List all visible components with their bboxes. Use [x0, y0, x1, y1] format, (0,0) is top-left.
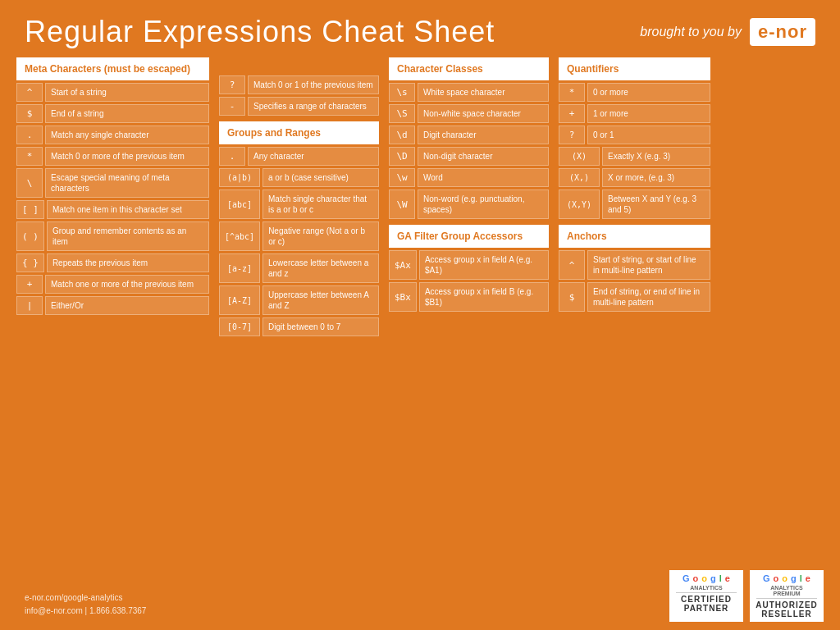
- item-desc: Match any single character: [45, 126, 209, 144]
- item-desc: 0 or 1: [587, 126, 710, 144]
- list-item: (X) Exactly X (e.g. 3): [559, 147, 710, 166]
- brand-text: brought to you by: [640, 25, 742, 39]
- badge-area: Google ANALYTICS CERTIFIEDPARTNER Google…: [669, 570, 824, 622]
- badge-certified-partner: Google ANALYTICS CERTIFIEDPARTNER: [669, 570, 743, 622]
- item-code: ( ): [16, 221, 44, 251]
- item-code: .: [219, 147, 245, 166]
- item-desc: Access group x in field A (e.g. $A1): [419, 250, 549, 280]
- footer-line1: e-nor.com/google-analytics: [25, 591, 146, 605]
- item-code: +: [559, 104, 585, 123]
- list-item: (a|b) a or b (case sensitive): [219, 168, 379, 187]
- item-code: \W: [389, 189, 415, 219]
- item-desc: Non-digit character: [418, 147, 549, 166]
- list-item: $Bx Access group x in field B (e.g. $B1): [389, 282, 549, 312]
- item-code: [0-7]: [219, 317, 260, 336]
- character-classes-section: Character Classes \s White space charact…: [389, 57, 549, 339]
- item-desc: X or more, (e.g. 3): [602, 168, 710, 187]
- list-item: \s White space character: [389, 83, 549, 102]
- item-code: (X,Y): [559, 189, 600, 219]
- item-code: \D: [389, 147, 415, 166]
- item-desc: End of a string: [45, 104, 209, 123]
- item-code: \s: [389, 83, 415, 102]
- list-item: \w Word: [389, 168, 549, 187]
- list-item: ( ) Group and remember contents as an it…: [16, 221, 209, 251]
- brand-logo: e-nor: [750, 18, 815, 46]
- item-desc: Access group x in field B (e.g. $B1): [419, 282, 549, 312]
- list-item: [0-7] Digit between 0 to 7: [219, 317, 379, 336]
- list-item: $ End of a string: [16, 104, 209, 123]
- item-desc: Between X and Y (e.g. 3 and 5): [602, 189, 710, 219]
- item-desc: Match 0 or 1 of the previous item: [248, 75, 379, 94]
- meta-characters-title: Meta Characters (must be escaped): [16, 57, 209, 80]
- item-code: [ ]: [16, 200, 44, 219]
- item-desc: Lowercase letter between a and z: [262, 253, 379, 283]
- item-code: ?: [559, 126, 585, 144]
- item-desc: Match single character that is a or b or…: [262, 189, 379, 219]
- list-item: \D Non-digit character: [389, 147, 549, 166]
- list-item: + 1 or more: [559, 104, 710, 123]
- item-desc: Digit between 0 to 7: [262, 317, 379, 336]
- list-item: (X,) X or more, (e.g. 3): [559, 168, 710, 187]
- badge-type2: ANALYTICS PREMIUM: [756, 585, 817, 596]
- item-desc: Any character: [248, 147, 379, 166]
- item-desc: White space character: [418, 83, 549, 102]
- item-desc: Digit character: [418, 126, 549, 144]
- item-code: [A-Z]: [219, 285, 260, 315]
- item-code: [a-z]: [219, 253, 260, 283]
- item-desc: Uppercase letter between A and Z: [262, 285, 379, 315]
- list-item: \ Escape special meaning of meta charact…: [16, 168, 209, 198]
- item-desc: Match one or more of the previous item: [45, 275, 209, 294]
- list-item: * Match 0 or more of the previous item: [16, 147, 209, 166]
- item-code: (X): [559, 147, 600, 166]
- ga-filter-title: GA Filter Group Accessors: [389, 225, 549, 248]
- item-code: \S: [389, 104, 415, 123]
- item-code: -: [219, 97, 245, 116]
- brand-area: brought to you by e-nor: [640, 18, 815, 46]
- groups-ranges-title: Groups and Ranges: [219, 121, 379, 144]
- item-desc: Non-white space character: [418, 104, 549, 123]
- item-code: (a|b): [219, 168, 260, 187]
- item-desc: Start of a string: [45, 83, 209, 102]
- item-desc: End of string, or end of line in multi-l…: [587, 282, 710, 312]
- item-code: ^: [559, 250, 585, 280]
- list-item: | Either/Or: [16, 296, 209, 315]
- item-desc: Exactly X (e.g. 3): [602, 147, 710, 166]
- badge-authorized-reseller: Google ANALYTICS PREMIUM AUTHORIZEDRESEL…: [750, 570, 824, 622]
- item-code: [abc]: [219, 189, 260, 219]
- item-desc: 1 or more: [587, 104, 710, 123]
- list-item: * 0 or more: [559, 83, 710, 102]
- item-code: $: [16, 104, 43, 123]
- list-item: \d Digit character: [389, 126, 549, 144]
- list-item: . Any character: [219, 147, 379, 166]
- item-desc: Non-word (e.g. punctuation, spaces): [418, 189, 549, 219]
- list-item: . Match any single character: [16, 126, 209, 144]
- item-code: ^: [16, 83, 43, 102]
- badge-cert-text: CERTIFIEDPARTNER: [681, 595, 732, 613]
- list-item: \S Non-white space character: [389, 104, 549, 123]
- footer-line2: info@e-nor.com | 1.866.638.7367: [25, 605, 146, 618]
- item-code: [^abc]: [219, 221, 260, 251]
- list-item: ^ Start of string, or start of line in m…: [559, 250, 710, 280]
- item-desc: Group and remember contents as an item: [47, 221, 209, 251]
- quantifiers-title: Quantifiers: [559, 57, 710, 80]
- page-title: Regular Expressions Cheat Sheet: [25, 15, 495, 49]
- item-desc: Repeats the previous item: [47, 253, 209, 272]
- list-item: + Match one or more of the previous item: [16, 275, 209, 294]
- list-item: $ End of string, or end of line in multi…: [559, 282, 710, 312]
- item-code: $Bx: [389, 282, 417, 312]
- item-code: .: [16, 126, 43, 144]
- item-desc: Match one item in this character set: [47, 200, 209, 219]
- item-code: *: [559, 83, 585, 102]
- footer: e-nor.com/google-analytics info@e-nor.co…: [25, 591, 146, 618]
- item-code: { }: [16, 253, 44, 272]
- item-code: ?: [219, 75, 245, 94]
- list-item: (X,Y) Between X and Y (e.g. 3 and 5): [559, 189, 710, 219]
- item-desc: Either/Or: [45, 296, 209, 315]
- item-code: *: [16, 147, 43, 166]
- item-desc: Match 0 or more of the previous item: [45, 147, 209, 166]
- list-item: [ ] Match one item in this character set: [16, 200, 209, 219]
- list-item: ? 0 or 1: [559, 126, 710, 144]
- list-item: [A-Z] Uppercase letter between A and Z: [219, 285, 379, 315]
- list-item: [abc] Match single character that is a o…: [219, 189, 379, 219]
- list-item: [a-z] Lowercase letter between a and z: [219, 253, 379, 283]
